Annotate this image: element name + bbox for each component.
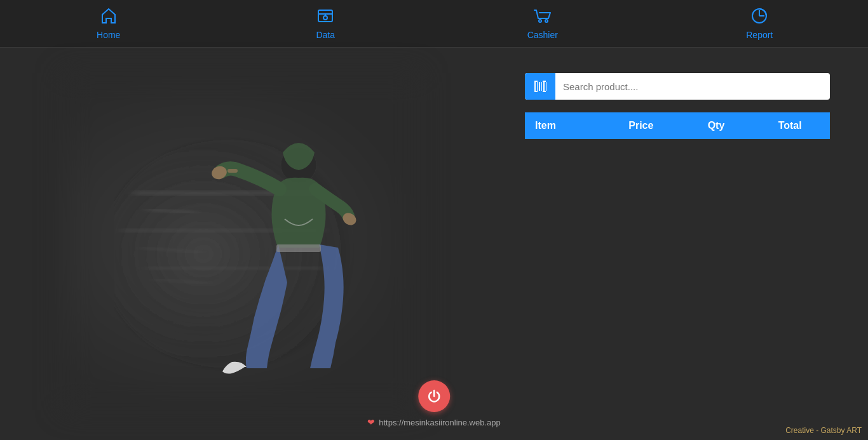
svg-point-2 <box>539 20 541 22</box>
nav-home-label: Home <box>97 30 120 40</box>
heart-icon: ❤ <box>367 417 375 427</box>
barcode-scan-button[interactable] <box>525 73 555 100</box>
svg-rect-20 <box>537 82 538 91</box>
svg-rect-18 <box>227 169 238 173</box>
table-header-row: Item Price Qty Total <box>525 112 830 139</box>
power-button[interactable] <box>418 380 450 412</box>
right-panel: Item Price Qty Total <box>525 73 830 139</box>
col-total: Total <box>750 112 830 139</box>
table-header: Item Price Qty Total <box>525 112 830 139</box>
svg-rect-25 <box>534 91 538 92</box>
items-table: Item Price Qty Total <box>525 112 830 139</box>
footer-link-row: ❤ https://mesinkasiironline.web.app <box>367 417 501 427</box>
search-bar <box>525 73 830 100</box>
svg-rect-22 <box>541 82 542 91</box>
dancer-image-area <box>64 73 419 410</box>
svg-point-3 <box>545 20 548 22</box>
cashier-icon <box>533 7 552 27</box>
nav-data[interactable]: Data <box>300 7 351 40</box>
bottom-area: ❤ https://mesinkasiironline.web.app <box>367 380 501 427</box>
home-icon <box>100 7 118 27</box>
website-link[interactable]: https://mesinkasiironline.web.app <box>379 418 501 427</box>
svg-point-1 <box>323 16 327 20</box>
power-icon <box>427 389 441 403</box>
nav-data-label: Data <box>316 30 335 40</box>
nav-home[interactable]: Home <box>83 7 134 40</box>
svg-rect-28 <box>543 81 546 82</box>
report-icon <box>750 7 768 27</box>
footer-credit: Creative - Gatsby ART <box>785 426 862 435</box>
search-product-input[interactable] <box>555 81 830 92</box>
svg-rect-14 <box>276 244 321 252</box>
nav-report-label: Report <box>746 30 773 40</box>
nav-report[interactable]: Report <box>734 7 785 40</box>
dancer-svg <box>114 95 369 387</box>
nav-cashier-label: Cashier <box>527 30 558 40</box>
nav-cashier[interactable]: Cashier <box>517 7 568 40</box>
navbar: Home Data Cashier <box>0 0 868 48</box>
svg-rect-27 <box>534 81 538 82</box>
svg-rect-24 <box>546 82 546 91</box>
col-price: Price <box>600 112 682 139</box>
data-icon <box>316 7 334 27</box>
col-qty: Qty <box>682 112 750 139</box>
svg-rect-19 <box>534 82 536 91</box>
barcode-icon <box>533 79 547 93</box>
svg-rect-26 <box>543 91 546 92</box>
col-item: Item <box>525 112 600 139</box>
svg-rect-23 <box>543 82 545 91</box>
svg-rect-10 <box>146 267 324 270</box>
main-content: Item Price Qty Total ❤ https://mesinkasi… <box>0 48 868 440</box>
svg-rect-21 <box>539 82 540 91</box>
